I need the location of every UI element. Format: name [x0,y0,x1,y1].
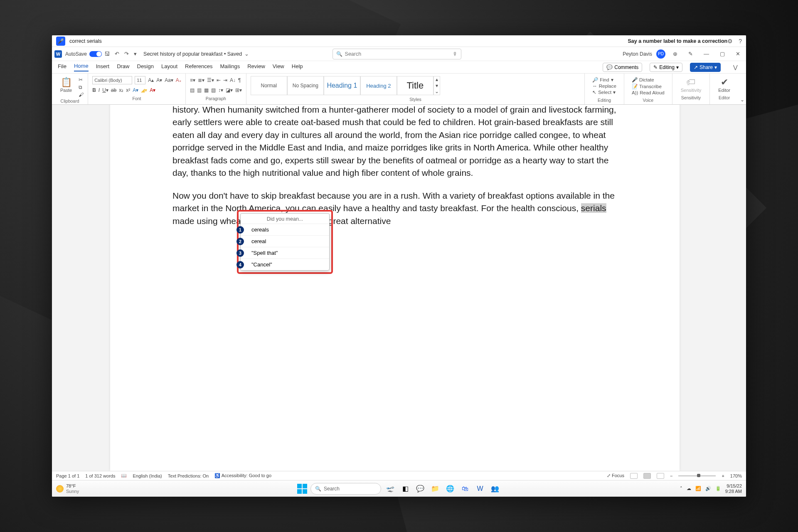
subscript-icon[interactable]: x₂ [119,87,123,93]
format-painter-icon[interactable]: 🖌 [79,92,84,98]
document-page[interactable]: history. When humanity switched from a h… [110,105,680,471]
popup-option-2[interactable]: 2cereal [241,236,329,247]
popup-option-4[interactable]: 4"Cancel" [241,259,329,270]
strikethrough-icon[interactable]: ab [111,87,116,93]
taskbar-app-1[interactable]: 🛫 [384,483,396,495]
accessibility[interactable]: ♿ Accessibility: Good to go [214,473,271,478]
font-size-select[interactable]: 11 [135,76,145,84]
font-name-select[interactable]: Calibri (Body) [92,76,132,84]
document-name[interactable]: Secret history of popular breakfast • Sa… [143,51,242,57]
decrease-font-icon[interactable]: A▾ [156,77,162,83]
search-input[interactable] [345,51,453,57]
popup-option-3[interactable]: 3"Spell that" [241,247,329,259]
read-mode-icon[interactable] [630,473,638,479]
editing-mode-button[interactable]: ✎ Editing ▾ [650,63,682,72]
tab-design[interactable]: Design [137,63,154,71]
style-title[interactable]: Title [397,76,433,95]
tab-layout[interactable]: Layout [161,63,177,71]
ribbon-chevron-icon[interactable]: ⌄ [740,97,744,103]
line-spacing-icon[interactable]: ↕▾ [218,87,223,93]
maximize-button[interactable]: ▢ [717,51,728,57]
align-right-icon[interactable]: ▦ [204,87,209,93]
doc-name-chevron-icon[interactable]: ⌄ [242,51,251,57]
transcribe-button[interactable]: 📝 Transcribe [632,84,665,89]
page-count[interactable]: Page 1 of 1 [56,473,79,478]
app-update-icon[interactable]: ⊕ [670,51,681,57]
search-box[interactable]: 🔍 🎙 [332,49,461,59]
spellcheck-icon[interactable]: 📖 [121,473,127,478]
styles-down-icon[interactable]: ▾ [434,83,440,89]
replace-button[interactable]: ↔ Replace [592,84,616,89]
qat-customize-icon[interactable]: ▾ [131,51,139,57]
taskbar-search[interactable]: 🔍Search [310,483,381,495]
increase-font-icon[interactable]: A▴ [148,77,154,83]
borders-icon[interactable]: ⊞▾ [235,87,242,93]
tray-volume-icon[interactable]: 🔊 [705,486,711,491]
cut-icon[interactable]: ✂ [79,77,84,83]
taskbar-store-icon[interactable]: 🛍 [459,483,471,495]
zoom-slider[interactable] [678,475,716,476]
voice-help-icon[interactable]: ? [739,38,742,44]
autosave[interactable]: AutoSave [65,51,102,57]
tab-view[interactable]: View [273,63,284,71]
minimize-button[interactable]: — [700,51,712,57]
search-mic-icon[interactable]: 🎙 [453,51,458,57]
qat-redo-icon[interactable]: ↷ [122,51,131,57]
user-avatar[interactable]: PD [656,49,665,59]
tab-mailings[interactable]: Mailings [220,63,240,71]
taskbar-word-icon[interactable]: W [474,483,486,495]
tray-onedrive-icon[interactable]: ☁ [687,486,691,491]
show-marks-icon[interactable]: ¶ [238,77,241,83]
selected-word[interactable]: serials [581,203,606,213]
superscript-icon[interactable]: x² [126,87,130,93]
tab-file[interactable]: File [58,63,66,71]
align-center-icon[interactable]: ▥ [197,87,202,93]
text-effects-icon[interactable]: A▾ [133,87,138,93]
system-clock[interactable]: 9/15/22 9:28 AM [725,483,742,493]
tray-battery-icon[interactable]: 🔋 [715,486,721,491]
voice-settings-icon[interactable]: ⚙ [727,38,733,44]
tab-references[interactable]: References [185,63,212,71]
styles-more-icon[interactable]: ⌄ [434,89,440,95]
taskbar-edge-icon[interactable]: 🌐 [444,483,456,495]
text-predictions[interactable]: Text Predictions: On [168,473,209,478]
print-layout-icon[interactable] [643,473,651,479]
weather-widget[interactable]: 78°FSunny [56,483,79,493]
find-button[interactable]: 🔎 Find ▾ [592,77,616,83]
sensitivity-button[interactable]: 🏷Sensitivity [677,75,706,94]
copy-icon[interactable]: ⧉ [79,84,84,90]
taskbar-explorer-icon[interactable]: 📁 [429,483,441,495]
web-layout-icon[interactable] [657,473,664,479]
underline-icon[interactable]: U▾ [102,87,108,93]
style-nospacing[interactable]: No Spacing [287,76,324,95]
decrease-indent-icon[interactable]: ⇤ [217,77,221,83]
taskbar-app-2[interactable]: 👥 [489,483,501,495]
tray-chevron-icon[interactable]: ˄ [680,486,682,491]
paragraph-1[interactable]: history. When humanity switched from a h… [172,105,617,180]
highlight-icon[interactable]: ◢▾ [141,87,147,93]
comments-button[interactable]: 💬 Comments [603,63,642,72]
tab-help[interactable]: Help [292,63,303,71]
select-button[interactable]: ↖ Select ▾ [592,89,616,95]
word-count[interactable]: 1 of 312 words [85,473,115,478]
focus-mode[interactable]: ⤢ Focus [607,473,624,478]
mic-icon[interactable]: 🎤 [56,37,65,46]
font-color-icon[interactable]: A▾ [150,87,155,93]
italic-icon[interactable]: I [99,87,100,93]
tray-wifi-icon[interactable]: 📶 [695,486,701,491]
style-normal[interactable]: Normal [251,76,287,95]
styles-up-icon[interactable]: ▴ [434,76,440,83]
dictate-button[interactable]: 🎤 Dictate [632,77,665,83]
shading-icon[interactable]: ◪▾ [226,87,233,93]
tab-draw[interactable]: Draw [117,63,129,71]
justify-icon[interactable]: ▧ [211,87,216,93]
tab-review[interactable]: Review [247,63,265,71]
start-button[interactable] [297,484,307,494]
editor-button[interactable]: ✔Editor [714,75,734,94]
close-button[interactable]: ✕ [732,51,744,57]
paste-button[interactable]: 📋Paste [56,75,76,98]
style-heading1[interactable]: Heading 1 [324,76,360,95]
zoom-level[interactable]: 170% [730,473,742,478]
qat-undo-icon[interactable]: ↶ [112,51,122,57]
numbering-icon[interactable]: ≣▾ [198,77,204,83]
